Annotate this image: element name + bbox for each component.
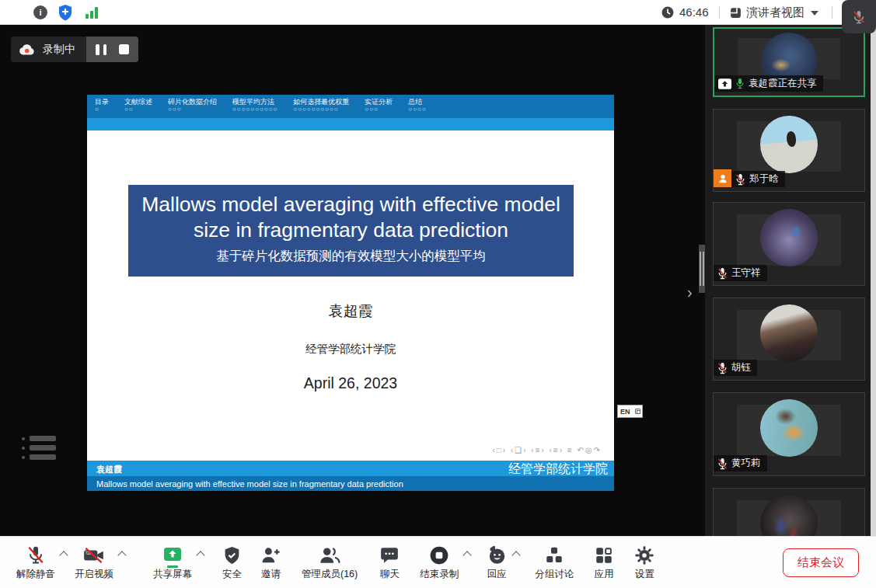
ime-language-label: EN [620,408,630,416]
slide-title-box: Mallows model averaging with effective m… [128,185,574,277]
shared-screen-stage: 录制中 目录○ 文献综述○○ 碎片化数据介绍○○○ 模型平均方法○○○○○○○○… [0,25,705,536]
slide-nav-section: 文献综述○○ [124,98,152,113]
slide-title-english: Mallows model averaging with effective m… [128,192,574,244]
participant-name-label: 黄巧莉 [714,455,767,471]
slide-nav-section: 目录○ [95,98,109,113]
invite-button[interactable]: 邀请 [255,539,287,586]
participant-tile[interactable]: 王守祥 [713,202,865,286]
host-badge-icon [714,169,731,187]
mic-muted-icon [717,362,728,374]
participants-panel: 袁超霞正在共享 郑于晗 王守祥 胡钰 [705,25,876,536]
mic-muted-icon [735,173,745,186]
view-mode-selector[interactable]: 演讲者视图 [746,5,804,20]
chevron-up-icon[interactable] [197,551,204,558]
settings-gear-icon [634,545,654,565]
participant-tile[interactable]: 胡钰 [713,297,865,381]
avatar [760,304,818,362]
slide-footer-bar: 袁超霞 经管学部统计学院 [87,461,614,476]
invite-icon [260,545,281,565]
recording-status-text: 录制中 [43,43,75,57]
ime-language-widget[interactable]: EN [617,405,643,418]
chat-button[interactable]: 聊天 [374,539,405,586]
meeting-timer: 46:46 [679,5,709,19]
sidebar-scrollbar[interactable] [871,25,876,536]
recording-widget: 录制中 [11,37,138,62]
slide-nav-section: 实证分析○○○ [365,98,393,113]
manage-participants-button[interactable]: 管理成员(16) [296,539,363,586]
security-button[interactable]: 安全 [217,539,247,586]
share-screen-button[interactable]: 共享屏幕 [148,539,197,586]
apps-button[interactable]: 应用 [588,539,619,586]
chevron-down-icon[interactable] [811,11,818,16]
slide-footer-title-bar: Mallows model averaging with effective m… [87,476,614,491]
speaker-view-icon [729,6,742,23]
meeting-toolbar: 解除静音 720 开启视频 共享屏幕 安全 邀请 管理成员(16) [0,536,876,588]
chevron-up-icon[interactable] [61,551,68,558]
avatar [760,209,818,266]
share-screen-icon [162,545,183,565]
apps-icon [594,545,614,565]
ime-keyboard-icon [635,409,640,414]
pause-recording-button[interactable] [96,44,106,55]
participant-name-label: 袁超霞正在共享 [714,75,823,92]
slide-author: 袁超霞 [87,301,614,322]
participant-tile[interactable]: 黄巧莉 [713,392,865,476]
share-active-indicator [167,565,178,568]
end-recording-button[interactable]: 结束录制 [414,539,464,586]
start-video-button[interactable]: 720 开启视频 [69,539,119,586]
participant-tile[interactable]: 郑于晗 [713,109,865,192]
mic-muted-icon [26,545,46,565]
divider [719,6,720,19]
avatar [760,399,818,457]
mic-active-icon [735,78,745,89]
end-meeting-button[interactable]: 结束会议 [783,548,859,577]
chevron-up-icon[interactable] [119,551,126,558]
slide-footer-title: Mallows model averaging with effective m… [96,479,403,489]
slide-affiliation: 经管学部统计学院 [87,342,614,357]
camera-off-icon: 720 [82,545,106,565]
clock-icon [661,6,674,19]
shield-plus-icon[interactable] [58,4,73,24]
breakout-rooms-button[interactable]: 分组讨论 [529,539,579,586]
security-shield-icon [222,545,242,565]
recording-status: 录制中 [11,37,86,62]
cloud-recording-icon [19,43,36,56]
mic-muted-icon [717,267,728,280]
participant-name-label: 王守祥 [714,265,767,281]
slide-section-nav: 目录○ 文献综述○○ 碎片化数据介绍○○○ 模型平均方法○○○○○○○○○○ 如… [87,95,614,118]
collapse-sidebar-chevron-icon[interactable]: › [687,284,693,300]
settings-button[interactable]: 设置 [629,539,660,586]
breakout-rooms-icon [544,545,564,565]
meeting-top-bar: i 46:46 演讲者视图 [0,0,876,25]
sidebar-resize-handle[interactable] [699,245,705,293]
slide-nav-section: 碎片化数据介绍○○○ [168,98,217,113]
participant-tile[interactable] [713,488,865,536]
reactions-icon [486,545,508,565]
slide-title-chinese: 基于碎片化数据预测的有效模型大小的模型平均 [128,248,574,265]
participant-tile[interactable]: 袁超霞正在共享 [713,27,865,97]
stop-recording-button[interactable] [119,44,129,54]
presentation-slide: 目录○ 文献综述○○ 碎片化数据介绍○○○ 模型平均方法○○○○○○○○○○ 如… [87,95,614,491]
participants-icon [319,545,341,565]
signal-strength-icon[interactable] [86,7,99,19]
chat-icon [379,545,400,565]
chevron-up-icon[interactable] [464,551,471,558]
divider [832,6,832,19]
reactions-button[interactable]: 回应 [480,539,513,586]
mic-muted-icon [717,458,728,470]
participant-name-label: 郑于晗 [731,171,785,187]
slide-footer-affiliation: 经管学部统计学院 [508,461,608,478]
slide-nav-section: 总结○○○○ [408,98,426,113]
chevron-up-icon[interactable] [513,551,520,558]
slide-date: April 26, 2023 [87,374,614,392]
active-speaker-mic-muted-icon [842,0,876,33]
slide-nav-section: 模型平均方法○○○○○○○○○○ [232,98,277,113]
info-icon[interactable]: i [33,5,47,19]
avatar [760,116,818,173]
unmute-button[interactable]: 解除静音 [11,539,61,586]
slide-accent-strip [87,118,614,130]
slide-footer-author: 袁超霞 [96,464,122,475]
stop-recording-icon [429,545,449,565]
beamer-navigation-symbols: ‹□› ‹❑› ‹≡› ‹≡› ≡ ↶◎↷ [87,446,602,454]
slide-nav-section: 如何选择最优权重○○○○○○○○○○ [293,98,349,113]
